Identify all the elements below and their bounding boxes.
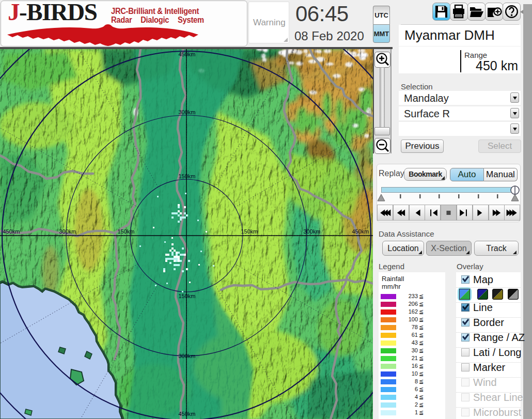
svg-text:150km: 150km xyxy=(178,173,195,179)
svg-text:450km: 450km xyxy=(178,51,195,57)
svg-text:150km: 150km xyxy=(178,293,195,299)
svg-text:450km: 450km xyxy=(178,411,195,417)
svg-text:450km: 450km xyxy=(3,228,20,235)
svg-text:300km: 300km xyxy=(303,228,320,235)
svg-text:300km: 300km xyxy=(59,228,76,235)
svg-text:150km: 150km xyxy=(117,228,134,235)
svg-text:150km: 150km xyxy=(241,228,258,235)
svg-text:300km: 300km xyxy=(178,109,195,115)
svg-text:300km: 300km xyxy=(178,353,195,359)
svg-text:450km: 450km xyxy=(352,228,369,235)
